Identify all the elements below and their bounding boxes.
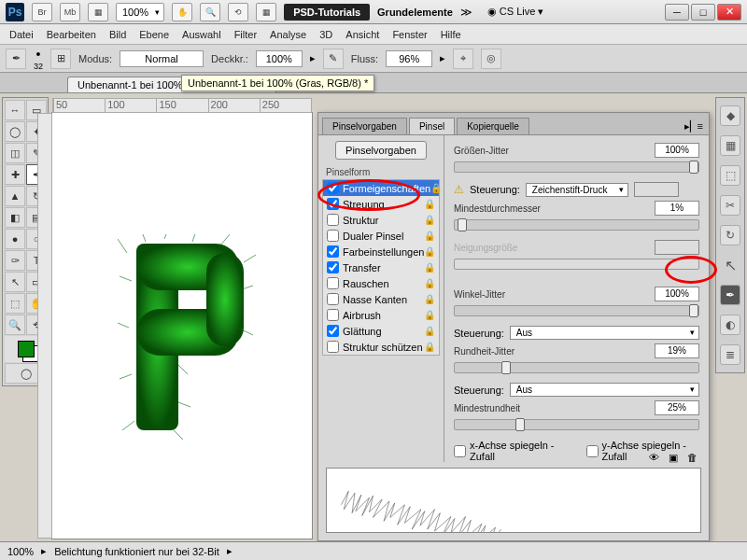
lock-icon[interactable]: 🔒 bbox=[430, 183, 442, 193]
minimize-button[interactable]: ─ bbox=[665, 4, 689, 21]
hand-button[interactable]: ✋ bbox=[172, 3, 192, 21]
brush-option-rauschen[interactable]: Rauschen🔒 bbox=[323, 275, 439, 291]
tablet-pressure-size[interactable]: ◎ bbox=[481, 49, 501, 69]
lock-icon[interactable]: 🔒 bbox=[424, 294, 435, 304]
bridge-button[interactable]: Br bbox=[32, 3, 52, 21]
3d-tool[interactable]: ⬚ bbox=[5, 293, 25, 314]
preview-toggle-icon[interactable]: 👁 bbox=[649, 452, 659, 464]
brush-option-checkbox[interactable] bbox=[327, 198, 339, 210]
brush-panel-toggle[interactable]: ⊞ bbox=[50, 49, 71, 69]
rotate-button[interactable]: ⟲ bbox=[228, 3, 248, 21]
pen-tool[interactable]: ✑ bbox=[5, 250, 25, 271]
brush-option-transfer[interactable]: Transfer🔒 bbox=[323, 259, 439, 275]
lock-icon[interactable]: 🔒 bbox=[424, 326, 435, 336]
tablet-pressure-opacity[interactable]: ✎ bbox=[323, 49, 344, 69]
brush-option-checkbox[interactable] bbox=[327, 182, 339, 194]
brush-option-glättung[interactable]: Glättung🔒 bbox=[323, 323, 439, 339]
mindest-value[interactable]: 1% bbox=[655, 201, 699, 216]
lock-icon[interactable]: 🔒 bbox=[424, 231, 435, 241]
adjustments-panel-icon[interactable]: ✂ bbox=[720, 195, 740, 216]
winkel-jitter-slider[interactable] bbox=[454, 305, 699, 316]
history-panel-icon[interactable]: ↻ bbox=[720, 225, 740, 245]
cursor-icon[interactable]: ↖ bbox=[720, 255, 740, 275]
lock-icon[interactable]: 🔒 bbox=[424, 310, 435, 320]
deckkr-input[interactable] bbox=[256, 50, 303, 67]
menu-3d[interactable]: 3D bbox=[319, 29, 332, 40]
menu-ebene[interactable]: Ebene bbox=[139, 29, 169, 40]
brush-option-farbeinstellungen[interactable]: Farbeinstellungen🔒 bbox=[323, 244, 439, 259]
airbrush-toggle[interactable]: ⌖ bbox=[453, 49, 473, 69]
groessen-jitter-slider[interactable] bbox=[454, 161, 699, 173]
workspace-badge[interactable]: PSD-Tutorials bbox=[284, 4, 370, 21]
winkel-jitter-value[interactable]: 100% bbox=[655, 287, 699, 301]
brush-option-streuung[interactable]: Streuung🔒 bbox=[323, 196, 439, 212]
menu-analyse[interactable]: Analyse bbox=[270, 29, 306, 40]
menu-hilfe[interactable]: Hilfe bbox=[441, 29, 461, 40]
layout-button[interactable]: ▦ bbox=[88, 3, 108, 21]
brush-preset-panel-icon[interactable]: ✒ bbox=[720, 285, 740, 305]
color-panel-icon[interactable]: ◐ bbox=[720, 315, 740, 335]
minibridge-button[interactable]: Mb bbox=[60, 3, 80, 21]
panel-menu-icon[interactable]: ▸▏≡ bbox=[679, 119, 709, 134]
menu-bearbeiten[interactable]: Bearbeiten bbox=[47, 29, 96, 40]
modus-select[interactable] bbox=[120, 50, 204, 67]
workspace-label[interactable]: Grundelemente bbox=[377, 7, 453, 18]
brush-option-airbrush[interactable]: Airbrush🔒 bbox=[323, 307, 439, 323]
y-achse-checkbox[interactable] bbox=[586, 445, 599, 457]
rundheit-slider[interactable] bbox=[454, 362, 699, 373]
lock-icon[interactable]: 🔒 bbox=[424, 262, 435, 273]
navigator-panel-icon[interactable]: ⬚ bbox=[720, 165, 740, 186]
menu-auswahl[interactable]: Auswahl bbox=[182, 29, 221, 40]
styles-panel-icon[interactable]: ▦ bbox=[720, 135, 740, 156]
brush-option-checkbox[interactable] bbox=[327, 309, 339, 321]
brush-option-checkbox[interactable] bbox=[327, 214, 339, 226]
mindest-slider[interactable] bbox=[454, 219, 699, 231]
brush-option-checkbox[interactable] bbox=[327, 277, 339, 289]
fluss-input[interactable] bbox=[386, 50, 432, 67]
brush-option-nasse-kanten[interactable]: Nasse Kanten🔒 bbox=[323, 291, 439, 307]
brush-tool-indicator[interactable]: ✒ bbox=[6, 49, 26, 69]
brush-option-formeigenschaften[interactable]: Formeigenschaften🔒 bbox=[323, 180, 439, 196]
maximize-button[interactable]: □ bbox=[691, 4, 715, 21]
brush-option-checkbox[interactable] bbox=[327, 245, 339, 258]
brush-option-struktur-schützen[interactable]: Struktur schützen🔒 bbox=[323, 339, 439, 355]
rundheit-value[interactable]: 19% bbox=[655, 343, 699, 358]
steuerung3-select[interactable]: Aus bbox=[510, 383, 699, 397]
healing-tool[interactable]: ✚ bbox=[5, 164, 25, 185]
brush-size[interactable]: 32 bbox=[34, 62, 43, 71]
brush-option-struktur[interactable]: Struktur🔒 bbox=[323, 212, 439, 228]
brush-option-checkbox[interactable] bbox=[327, 325, 339, 337]
cslive-label[interactable]: CS Live bbox=[500, 6, 536, 17]
path-tool[interactable]: ↖ bbox=[5, 272, 25, 292]
delete-preset-icon[interactable]: 🗑 bbox=[687, 452, 698, 464]
eraser-tool[interactable]: ◧ bbox=[5, 207, 25, 228]
groessen-jitter-value[interactable]: 100% bbox=[655, 143, 699, 158]
move-tool[interactable]: ↔ bbox=[5, 100, 25, 120]
tab-kopierquelle[interactable]: Kopierquelle bbox=[457, 118, 529, 134]
zoom-button[interactable]: 🔍 bbox=[200, 3, 220, 21]
crop-tool[interactable]: ◫ bbox=[5, 143, 25, 163]
mindestrund-slider[interactable] bbox=[454, 419, 699, 430]
brush-option-checkbox[interactable] bbox=[327, 230, 339, 242]
mindestrund-value[interactable]: 25% bbox=[655, 400, 699, 415]
fg-color[interactable] bbox=[18, 341, 35, 357]
lock-icon[interactable]: 🔒 bbox=[424, 215, 435, 225]
menu-fenster[interactable]: Fenster bbox=[392, 29, 427, 40]
menu-datei[interactable]: Datei bbox=[9, 29, 34, 40]
new-preset-icon[interactable]: ▣ bbox=[669, 452, 678, 464]
extras-button[interactable]: ▦ bbox=[256, 3, 276, 21]
tab-pinsel[interactable]: Pinsel bbox=[409, 118, 455, 134]
menu-ansicht[interactable]: Ansicht bbox=[345, 29, 379, 40]
swatches-panel-icon[interactable]: ◆ bbox=[720, 105, 740, 126]
layers-panel-icon[interactable]: ≣ bbox=[720, 344, 740, 365]
menu-bild[interactable]: Bild bbox=[109, 29, 126, 40]
tab-pinselvorgaben[interactable]: Pinselvorgaben bbox=[322, 118, 407, 134]
x-achse-checkbox[interactable] bbox=[454, 445, 466, 457]
status-zoom[interactable]: 100% bbox=[7, 546, 34, 557]
brush-option-checkbox[interactable] bbox=[327, 341, 339, 353]
zoom-combo[interactable]: 100% bbox=[116, 3, 164, 21]
lock-icon[interactable]: 🔒 bbox=[424, 278, 435, 288]
lock-icon[interactable]: 🔒 bbox=[424, 199, 435, 209]
lasso-tool[interactable]: ◯ bbox=[5, 121, 25, 142]
document-canvas[interactable]: 50100150200250 bbox=[51, 112, 313, 539]
